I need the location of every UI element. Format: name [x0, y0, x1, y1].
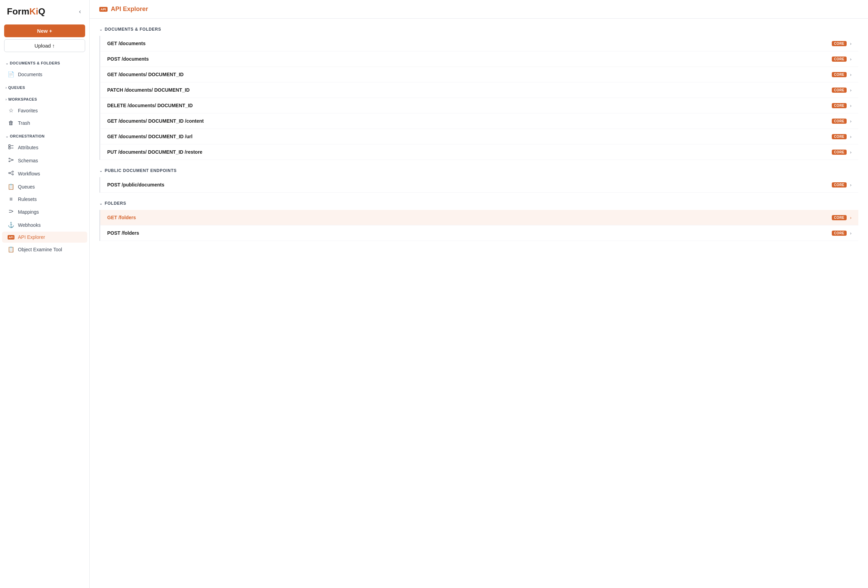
section-header-orchestration[interactable]: ⌄ ORCHESTRATION [6, 133, 84, 140]
sidebar-item-label-workflows: Workflows [18, 171, 40, 177]
chevron-right-icon: › [850, 119, 852, 124]
endpoint-get-documents[interactable]: GET /documents CORE › [100, 36, 858, 52]
chevron-icon: ⌄ [6, 134, 8, 138]
section-chevron-down-icon: ⌄ [99, 201, 103, 206]
document-icon: 📄 [7, 71, 15, 78]
endpoint-text-post-folders: POST /folders [107, 230, 828, 236]
api-section-header-documents-folders[interactable]: ⌄ DOCUMENTS & FOLDERS [99, 27, 858, 32]
section-chevron-down-icon: ⌄ [99, 27, 103, 32]
endpoint-text-get-document-url: GET /documents/ DOCUMENT_ID /url [107, 134, 828, 139]
sidebar-item-object-examine-tool[interactable]: 📋 Object Examine Tool [2, 243, 87, 255]
endpoint-text-get-document-id: GET /documents/ DOCUMENT_ID [107, 72, 828, 77]
sidebar-item-webhooks[interactable]: ⚓ Webhooks [2, 219, 87, 231]
endpoint-text-get-folders: GET /folders [107, 215, 828, 220]
api-section-label-folders: FOLDERS [105, 201, 126, 206]
endpoint-text-post-public-documents: POST /public/documents [107, 182, 828, 187]
badge-core: CORE [832, 56, 847, 62]
sidebar-actions: New + Upload ↑ [0, 22, 89, 56]
endpoint-text-patch-document-id: PATCH /documents/ DOCUMENT_ID [107, 87, 828, 93]
svg-rect-0 [9, 145, 10, 146]
sidebar-item-workflows[interactable]: Workflows [2, 168, 87, 180]
webhooks-icon: ⚓ [7, 222, 15, 228]
svg-line-15 [11, 210, 13, 211]
sidebar-item-label-favorites: Favorites [18, 108, 38, 113]
endpoint-post-public-documents[interactable]: POST /public/documents CORE › [100, 177, 858, 193]
sidebar-item-label-object-examine-tool: Object Examine Tool [18, 247, 62, 252]
sidebar-item-label-api-explorer: API Explorer [18, 234, 45, 240]
endpoint-get-document-content[interactable]: GET /documents/ DOCUMENT_ID /content COR… [100, 113, 858, 129]
svg-point-6 [12, 159, 13, 161]
sidebar-item-label-attributes: Attributes [18, 145, 38, 150]
endpoints-list-folders: GET /folders CORE › POST /folders CORE › [99, 210, 858, 241]
sidebar-item-rulesets[interactable]: ≡ Rulesets [2, 193, 87, 205]
section-label-documents-folders: DOCUMENTS & FOLDERS [10, 61, 60, 65]
schemas-icon [7, 157, 15, 164]
sidebar-item-mappings[interactable]: Mappings [2, 206, 87, 218]
api-section-header-public-document-endpoints[interactable]: ⌄ PUBLIC DOCUMENT ENDPOINTS [99, 168, 858, 173]
api-section-label-public-document-endpoints: PUBLIC DOCUMENT ENDPOINTS [105, 168, 177, 173]
chevron-icon: › [6, 86, 7, 90]
queues-icon: 📋 [7, 183, 15, 190]
api-section-label-documents-folders: DOCUMENTS & FOLDERS [105, 27, 161, 32]
svg-point-11 [12, 174, 13, 175]
endpoint-get-document-url[interactable]: GET /documents/ DOCUMENT_ID /url CORE › [100, 129, 858, 144]
api-section-public-document-endpoints: ⌄ PUBLIC DOCUMENT ENDPOINTS POST /public… [99, 168, 858, 193]
chevron-right-icon: › [850, 87, 852, 93]
sidebar-item-trash[interactable]: 🗑 Trash [2, 117, 87, 129]
chevron-icon: › [6, 97, 7, 101]
api-section-header-folders[interactable]: ⌄ FOLDERS [99, 201, 858, 206]
section-header-queues[interactable]: › QUEUES [6, 84, 84, 91]
new-button[interactable]: New + [4, 25, 85, 37]
mappings-icon [7, 209, 15, 215]
svg-rect-1 [9, 147, 10, 149]
chevron-right-icon: › [850, 215, 852, 220]
badge-core: CORE [832, 103, 847, 108]
chevron-right-icon: › [850, 103, 852, 108]
svg-line-17 [11, 211, 13, 212]
object-examine-icon: 📋 [7, 246, 15, 253]
api-section-folders: ⌄ FOLDERS GET /folders CORE › POST /fold… [99, 201, 858, 241]
endpoint-get-document-id[interactable]: GET /documents/ DOCUMENT_ID CORE › [100, 67, 858, 83]
endpoint-text-get-document-content: GET /documents/ DOCUMENT_ID /content [107, 118, 828, 124]
badge-core: CORE [832, 72, 847, 77]
badge-core: CORE [832, 134, 847, 139]
sidebar-item-label-webhooks: Webhooks [18, 222, 41, 228]
sidebar-item-label-mappings: Mappings [18, 209, 39, 215]
chevron-right-icon: › [850, 41, 852, 46]
sidebar-item-queues[interactable]: 📋 Queues [2, 181, 87, 193]
sidebar-item-api-explorer[interactable]: API API Explorer [2, 231, 87, 243]
app-logo: FormKiQ [7, 6, 45, 17]
section-workspaces: › WORKSPACES [0, 92, 89, 104]
chevron-right-icon: › [850, 150, 852, 155]
sidebar-item-label-queues: Queues [18, 184, 35, 190]
endpoint-get-folders[interactable]: GET /folders CORE › [100, 210, 858, 225]
endpoint-post-documents[interactable]: POST /documents CORE › [100, 52, 858, 67]
sidebar-item-label-rulesets: Rulesets [18, 196, 37, 202]
endpoint-text-put-document-restore: PUT /documents/ DOCUMENT_ID /restore [107, 149, 828, 155]
endpoint-delete-document-id[interactable]: DELETE /documents/ DOCUMENT_ID CORE › [100, 98, 858, 113]
trash-icon: 🗑 [7, 120, 15, 126]
sidebar-item-attributes[interactable]: Attributes [2, 141, 87, 154]
sidebar-item-favorites[interactable]: ☆ Favorites [2, 105, 87, 116]
endpoint-patch-document-id[interactable]: PATCH /documents/ DOCUMENT_ID CORE › [100, 83, 858, 98]
upload-button[interactable]: Upload ↑ [4, 39, 85, 52]
endpoint-put-document-restore[interactable]: PUT /documents/ DOCUMENT_ID /restore COR… [100, 144, 858, 160]
sidebar-item-schemas[interactable]: Schemas [2, 155, 87, 167]
endpoint-text-delete-document-id: DELETE /documents/ DOCUMENT_ID [107, 103, 828, 108]
endpoints-list-documents-folders: GET /documents CORE › POST /documents CO… [99, 36, 858, 160]
collapse-sidebar-button[interactable]: ‹ [78, 7, 83, 16]
sidebar-item-documents[interactable]: 📄 Documents [2, 68, 87, 80]
section-label-workspaces: WORKSPACES [8, 97, 37, 101]
section-header-documents-folders[interactable]: ⌄ DOCUMENTS & FOLDERS [6, 60, 84, 66]
section-documents-folders: ⌄ DOCUMENTS & FOLDERS [0, 56, 89, 68]
badge-core: CORE [832, 87, 847, 93]
sidebar-item-label-schemas: Schemas [18, 158, 38, 164]
chevron-icon: ⌄ [6, 61, 8, 65]
svg-line-13 [10, 173, 12, 174]
endpoint-post-folders[interactable]: POST /folders CORE › [100, 225, 858, 241]
badge-core: CORE [832, 41, 847, 46]
badge-core: CORE [832, 182, 847, 187]
svg-point-5 [9, 161, 10, 162]
svg-line-12 [10, 172, 12, 173]
section-header-workspaces[interactable]: › WORKSPACES [6, 96, 84, 103]
